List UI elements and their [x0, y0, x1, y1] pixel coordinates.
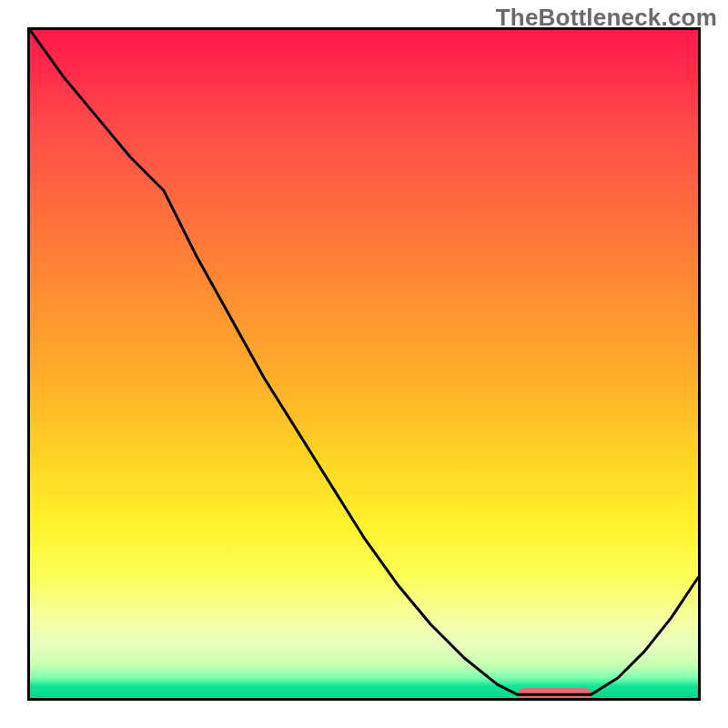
plot-area: [30, 30, 698, 698]
chart-root: TheBottleneck.com: [0, 0, 728, 728]
curve-line: [30, 30, 698, 698]
plot-frame: [27, 27, 701, 701]
